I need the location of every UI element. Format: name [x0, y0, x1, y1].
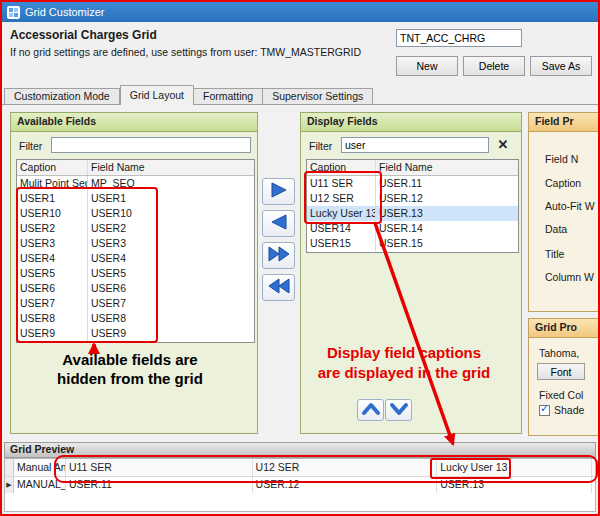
move-left-button[interactable]	[262, 210, 295, 237]
shade-checkbox[interactable]: ✓	[539, 405, 550, 416]
double-right-arrow-icon	[267, 245, 291, 266]
fixed-columns-label: Fixed Col	[539, 389, 583, 401]
move-down-button[interactable]	[385, 399, 412, 421]
grid-code-input[interactable]	[396, 29, 522, 47]
preview-data-row[interactable]: ▶ MANUAL_AM USER.11 USER.12 USER.13 U	[5, 477, 595, 493]
preview-cell: USER.11	[66, 477, 253, 493]
table-row[interactable]: USER2USER2	[17, 221, 254, 236]
table-row[interactable]: USER8USER8	[17, 311, 254, 326]
grid-preview: Manual Amt. U11 SER U12 SER Lucky User 1…	[4, 458, 596, 512]
table-row[interactable]: USER15USER.15	[307, 236, 518, 251]
font-button[interactable]: Font	[537, 363, 585, 380]
move-up-button[interactable]	[357, 399, 384, 421]
tab-grid-layout[interactable]: Grid Layout	[120, 85, 194, 105]
grid-header-row: Caption Field Name	[17, 160, 254, 176]
table-row-selected[interactable]: Lucky User 13USER.13	[307, 206, 518, 221]
titlebar[interactable]: Grid Customizer	[2, 2, 598, 22]
annotation-note-right: Display field captions are displayed in …	[285, 343, 523, 383]
new-button[interactable]: New	[396, 56, 458, 76]
tab-supervisor-settings[interactable]: Supervisor Settings	[263, 88, 373, 105]
grid-header-row: Caption Field Name	[307, 160, 518, 176]
tab-customization-mode[interactable]: Customization Mode	[4, 88, 120, 105]
available-fields-grid: Caption Field Name Mulit Point SeqMP_SEQ…	[16, 159, 255, 343]
column-width-label: Column W	[545, 271, 594, 283]
right-arrow-icon	[267, 181, 291, 202]
check-icon: ✓	[540, 402, 549, 415]
column-header-field-name[interactable]: Field Name	[376, 160, 518, 175]
table-row[interactable]: USER3USER3	[17, 236, 254, 251]
table-row[interactable]: USER1USER1	[17, 191, 254, 206]
available-filter-input[interactable]	[51, 137, 251, 153]
filter-label: Filter	[309, 140, 332, 152]
tab-strip: Customization Mode Grid Layout Formattin…	[4, 85, 373, 105]
table-row[interactable]: USER9USER9	[17, 326, 254, 341]
table-row[interactable]: Mulit Point SeqMP_SEQ	[17, 176, 254, 191]
move-all-right-button[interactable]	[262, 242, 295, 269]
table-row[interactable]: USER10USER10	[17, 206, 254, 221]
tab-formatting[interactable]: Formatting	[194, 88, 263, 105]
preview-cell: MANUAL_AM	[14, 477, 66, 493]
shade-label: Shade	[554, 404, 584, 416]
window-title: Grid Customizer	[25, 6, 104, 18]
close-icon: ✕	[498, 137, 509, 152]
preview-header-cell[interactable]: U12 SER	[253, 459, 438, 476]
field-properties-panel: Field Pr Field N Caption Auto-Fit W Data…	[528, 112, 600, 312]
display-fields-header: Display Fields	[301, 113, 521, 132]
row-marker-icon: ▶	[5, 477, 14, 493]
title-label: Title	[545, 248, 564, 260]
table-row[interactable]: U12 SERUSER.12	[307, 191, 518, 206]
available-fields-header: Available Fields	[11, 113, 257, 132]
preview-cell: USER.13	[437, 477, 592, 493]
display-fields-panel: Display Fields Filter ✕ Caption Field Na…	[300, 112, 522, 434]
caption-label: Caption	[545, 177, 581, 189]
annotation-note-left: Available fields are hidden from the gri…	[24, 350, 236, 388]
display-filter-input[interactable]	[341, 137, 489, 153]
font-value: Tahoma,	[539, 347, 579, 359]
grid-preview-header: Grid Preview	[4, 442, 596, 458]
column-header-caption[interactable]: Caption	[17, 160, 88, 175]
grid-properties-header: Grid Pro	[529, 319, 599, 338]
table-row[interactable]: USER7USER7	[17, 296, 254, 311]
clear-filter-button[interactable]: ✕	[493, 136, 513, 154]
preview-header-cell[interactable]: U11 SER	[66, 459, 253, 476]
data-label: Data	[545, 223, 567, 235]
left-arrow-icon	[267, 213, 291, 234]
move-right-button[interactable]	[262, 178, 295, 205]
table-row[interactable]: USER4USER4	[17, 251, 254, 266]
display-fields-grid: Caption Field Name U11 SERUSER.11 U12 SE…	[306, 159, 519, 253]
preview-cell: USER.12	[253, 477, 438, 493]
up-arrow-icon	[359, 400, 383, 421]
auto-fit-label: Auto-Fit W	[545, 200, 595, 212]
grid-properties-panel: Grid Pro Tahoma, Font Fixed Col ✓ Shade	[528, 318, 600, 436]
preview-header-cell[interactable]: U	[592, 459, 595, 476]
grid-title: Accessorial Charges Grid	[10, 28, 157, 42]
preview-header-row: Manual Amt. U11 SER U12 SER Lucky User 1…	[5, 459, 595, 477]
delete-button[interactable]: Delete	[463, 56, 525, 76]
preview-header-cell[interactable]: Lucky User 13	[437, 459, 592, 476]
preview-cell: U	[592, 477, 595, 493]
preview-header-cell[interactable]: Manual Amt.	[14, 459, 66, 476]
down-arrow-icon	[387, 400, 411, 421]
table-row[interactable]: USER14USER.14	[307, 221, 518, 236]
save-as-button[interactable]: Save As	[530, 56, 592, 76]
field-name-label: Field N	[545, 153, 578, 165]
app-icon	[7, 6, 20, 19]
column-header-caption[interactable]: Caption	[307, 160, 376, 175]
move-all-left-button[interactable]	[262, 274, 295, 301]
field-properties-header: Field Pr	[529, 113, 599, 132]
corner-cell	[5, 459, 14, 476]
double-left-arrow-icon	[267, 277, 291, 298]
table-row[interactable]: USER6USER6	[17, 281, 254, 296]
grid-customizer-window: Grid Customizer Accessorial Charges Grid…	[0, 0, 600, 516]
filter-label: Filter	[19, 140, 42, 152]
column-header-field-name[interactable]: Field Name	[88, 160, 254, 175]
settings-note: If no grid settings are defined, use set…	[10, 46, 361, 58]
table-row[interactable]: USER5USER5	[17, 266, 254, 281]
table-row[interactable]: U11 SERUSER.11	[307, 176, 518, 191]
